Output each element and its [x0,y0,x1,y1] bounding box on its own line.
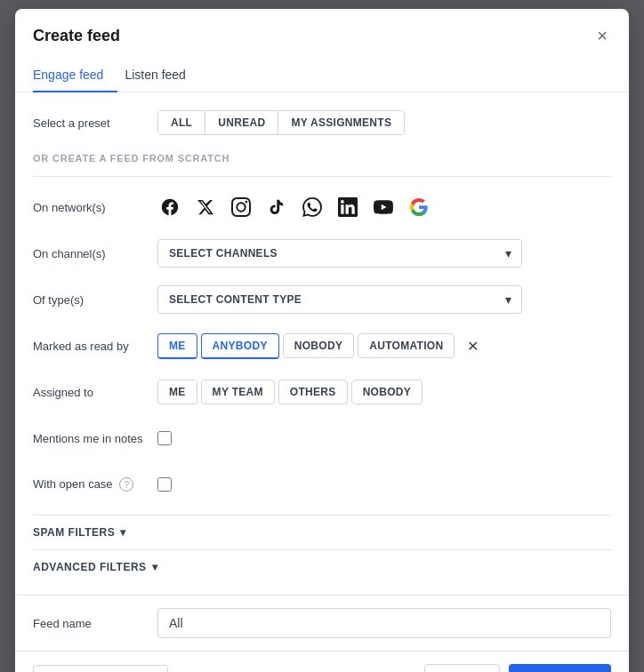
preset-button-group: ALL UNREAD MY ASSIGNMENTS [157,110,405,135]
spam-filters-toggle[interactable]: SPAM FILTERS ▾ [33,519,611,546]
x-twitter-icon[interactable] [193,195,218,220]
open-case-checkbox-wrapper [157,477,172,492]
modal-title: Create feed [33,27,120,45]
content-type-row: Of type(s) SELECT CONTENT TYPE [33,284,611,316]
marked-as-read-row: Marked as read by ME ANYBODY NOBODY AUTO… [33,330,611,362]
marked-as-read-group: ME ANYBODY NOBODY AUTOMATION ✕ [157,333,484,359]
clear-selection-button[interactable]: CLEAR SELECTION [33,665,168,673]
content-type-label: Of type(s) [33,293,157,307]
tiktok-icon[interactable] [264,195,289,220]
channels-label: On channel(s) [33,247,157,260]
networks-row: On network(s) [33,191,611,223]
scratch-label: OR CREATE A FEED FROM SCRATCH [33,153,611,164]
modal-body: Select a preset ALL UNREAD MY ASSIGNMENT… [15,92,629,595]
feed-name-section: Feed name [15,595,629,651]
facebook-icon[interactable] [157,195,182,220]
assigned-others-button[interactable]: OTHERS [278,380,348,404]
preset-unread-button[interactable]: UNREAD [205,111,278,134]
mentions-me-label: Mentions me in notes [33,432,157,445]
feed-name-input[interactable] [157,608,611,638]
assigned-my-team-button[interactable]: MY TEAM [201,380,275,404]
close-button[interactable]: × [593,23,611,48]
modal-overlay: Create feed × Engage feed Listen feed Se… [0,0,644,672]
open-case-checkbox[interactable] [157,477,172,492]
assigned-nobody-button[interactable]: NOBODY [351,380,423,404]
assigned-to-row: Assigned to ME MY TEAM OTHERS NOBODY [33,376,611,408]
marked-as-read-label: Marked as read by [33,340,157,353]
open-case-help-icon[interactable]: ? [119,477,133,492]
linkedin-icon[interactable] [335,195,360,220]
preset-row: Select a preset ALL UNREAD MY ASSIGNMENT… [33,107,611,139]
assigned-me-button[interactable]: ME [157,380,197,404]
marked-read-me-button[interactable]: ME [157,333,197,359]
save-feed-button[interactable]: SAVE FEED [509,664,611,672]
marked-read-clear-button[interactable]: ✕ [462,336,484,356]
spam-divider [33,515,611,516]
mentions-me-checkbox[interactable] [157,431,172,445]
modal-footer: CLEAR SELECTION APPLY SAVE FEED [15,651,629,672]
tab-listen-feed[interactable]: Listen feed [125,59,200,92]
marked-read-automation-button[interactable]: AUTOMATION [358,333,455,358]
advanced-filters-arrow-icon: ▾ [152,561,158,573]
mentions-me-checkbox-wrapper [157,431,172,445]
apply-button[interactable]: APPLY [424,664,499,672]
footer-right-buttons: APPLY SAVE FEED [424,664,611,672]
whatsapp-icon[interactable] [300,195,325,220]
tabs-bar: Engage feed Listen feed [15,59,629,92]
feed-name-label: Feed name [33,617,157,630]
create-feed-modal: Create feed × Engage feed Listen feed Se… [15,9,629,672]
modal-header: Create feed × [15,9,629,48]
networks-label: On network(s) [33,201,157,214]
spam-filters-arrow-icon: ▾ [120,526,126,539]
content-type-select-wrapper: SELECT CONTENT TYPE [157,285,522,314]
content-type-select[interactable]: SELECT CONTENT TYPE [157,285,522,314]
open-case-row: With open case ? [33,468,611,500]
preset-label: Select a preset [33,116,157,130]
tab-engage-feed[interactable]: Engage feed [33,59,117,92]
network-icons-group [157,195,431,220]
google-icon[interactable] [407,195,431,220]
marked-read-anybody-button[interactable]: ANYBODY [201,333,279,359]
channels-row: On channel(s) SELECT CHANNELS [33,237,611,269]
preset-all-button[interactable]: ALL [158,111,205,134]
assigned-to-label: Assigned to [33,386,157,399]
mentions-me-row: Mentions me in notes [33,422,611,454]
youtube-icon[interactable] [371,195,396,220]
instagram-icon[interactable] [229,195,254,220]
channels-select-wrapper: SELECT CHANNELS [157,239,522,268]
advanced-divider [33,549,611,550]
assigned-to-group: ME MY TEAM OTHERS NOBODY [157,380,423,404]
advanced-filters-toggle[interactable]: ADVANCED FILTERS ▾ [33,554,611,580]
marked-read-nobody-button[interactable]: NOBODY [283,333,354,358]
open-case-label: With open case ? [33,477,157,492]
scratch-divider [33,176,611,177]
channels-select[interactable]: SELECT CHANNELS [157,239,522,268]
preset-my-assignments-button[interactable]: MY ASSIGNMENTS [278,111,404,134]
